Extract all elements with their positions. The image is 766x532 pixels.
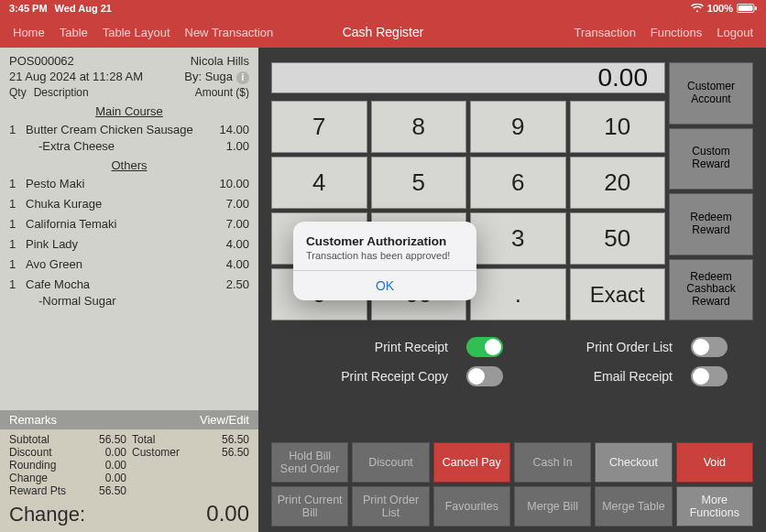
key-8[interactable]: 8 bbox=[371, 101, 467, 153]
receipt-item[interactable]: 1Pink Lady4.00 bbox=[9, 236, 249, 253]
key-Exact[interactable]: Exact bbox=[570, 268, 666, 320]
col-desc: Description bbox=[34, 86, 89, 99]
side-btn-redeem-reward[interactable]: Redeem Reward bbox=[669, 193, 753, 255]
customer-auth-modal: Customer Authorization Transaction has b… bbox=[293, 222, 476, 300]
receipt-item[interactable]: 1Pesto Maki10.00 bbox=[9, 176, 249, 192]
total-value: 0.00 bbox=[81, 459, 126, 472]
nav-new-transaction[interactable]: New Transaction bbox=[185, 26, 274, 39]
total-label: Rounding bbox=[9, 459, 75, 472]
total-value: 0.00 bbox=[81, 472, 126, 484]
col-amt: Amount ($) bbox=[195, 86, 249, 99]
side-btn-redeem-cashback-reward[interactable]: Redeem Cashback Reward bbox=[669, 259, 753, 321]
func-cancel-pay[interactable]: Cancel Pay bbox=[433, 442, 510, 483]
func-merge-bill[interactable]: Merge Bill bbox=[514, 486, 591, 527]
func-discount[interactable]: Discount bbox=[352, 442, 429, 483]
receipt-item-modifier: -Normal Sugar bbox=[9, 293, 249, 309]
change-value: 0.00 bbox=[206, 501, 249, 527]
toggle-print-receipt-copy[interactable] bbox=[466, 366, 503, 386]
status-battery-pct: 100% bbox=[707, 3, 733, 14]
lbl-print-receipt: Print Receipt bbox=[297, 340, 448, 354]
amount-display: 0.00 bbox=[271, 62, 665, 93]
receipt-item[interactable]: 1California Temaki7.00 bbox=[9, 216, 249, 233]
key-3[interactable]: 3 bbox=[470, 212, 566, 265]
modal-ok-button[interactable]: OK bbox=[293, 270, 476, 300]
func-print-current-bill[interactable]: Print Current Bill bbox=[271, 486, 348, 527]
total-label: Reward Pts bbox=[9, 484, 75, 497]
func-merge-table[interactable]: Merge Table bbox=[595, 486, 672, 527]
receipt-item[interactable]: 1Butter Cream Chicken Sausage14.00 bbox=[9, 122, 249, 138]
total-value: 56.50 bbox=[81, 484, 126, 497]
change-label: Change: bbox=[9, 503, 85, 527]
receipt-customer: Nicola Hills bbox=[191, 53, 249, 69]
total-label: Total bbox=[132, 433, 198, 446]
func-print-order-list[interactable]: Print Order List bbox=[352, 486, 429, 527]
total-value: 56.50 bbox=[203, 433, 249, 446]
modal-message: Transaction has been approved! bbox=[306, 250, 464, 261]
func-cash-in[interactable]: Cash In bbox=[514, 442, 591, 483]
svg-rect-1 bbox=[739, 5, 753, 11]
total-value: 0.00 bbox=[81, 446, 126, 459]
toggle-print-receipt[interactable] bbox=[466, 337, 503, 357]
receipt-datetime: 21 Aug 2024 at 11:28 AM bbox=[9, 69, 143, 84]
wifi-icon bbox=[691, 4, 704, 13]
key-5[interactable]: 5 bbox=[371, 157, 467, 209]
key-.[interactable]: . bbox=[470, 268, 566, 320]
receipt-item[interactable]: 1Chuka Kurage7.00 bbox=[9, 196, 249, 212]
remarks-label: Remarks bbox=[9, 413, 57, 427]
receipt-panel: POS000062 Nicola Hills 21 Aug 2024 at 11… bbox=[0, 48, 258, 532]
func-hold-bill-send-order[interactable]: Hold Bill Send Order bbox=[271, 442, 348, 483]
nav-table-layout[interactable]: Table Layout bbox=[103, 26, 170, 39]
totals: Subtotal56.50Total56.50Discount0.00Custo… bbox=[0, 429, 258, 499]
key-20[interactable]: 20 bbox=[570, 157, 666, 209]
func-more-functions[interactable]: More Functions bbox=[676, 486, 753, 527]
battery-icon bbox=[737, 4, 757, 13]
total-value: 56.50 bbox=[81, 433, 126, 446]
key-6[interactable]: 6 bbox=[470, 157, 566, 209]
receipt-item[interactable]: 1Avo Green4.00 bbox=[9, 256, 249, 273]
total-label: Change bbox=[9, 472, 75, 484]
toggle-email-receipt[interactable] bbox=[691, 366, 728, 386]
receipt-by: By: Suga bbox=[184, 70, 233, 83]
lbl-email-receipt: Email Receipt bbox=[521, 369, 673, 384]
section-title: Main Course bbox=[9, 104, 249, 118]
func-void[interactable]: Void bbox=[676, 442, 753, 483]
section-title: Others bbox=[9, 158, 249, 172]
modal-title: Customer Authorization bbox=[306, 234, 464, 248]
svg-rect-2 bbox=[755, 6, 757, 10]
col-qty: Qty bbox=[9, 86, 27, 99]
key-9[interactable]: 9 bbox=[470, 101, 566, 153]
nav-table[interactable]: Table bbox=[60, 26, 88, 39]
total-label: Subtotal bbox=[9, 433, 75, 446]
nav-logout[interactable]: Logout bbox=[717, 26, 753, 39]
func-favourites[interactable]: Favourites bbox=[433, 486, 510, 527]
status-bar: 3:45 PM Wed Aug 21 100% bbox=[0, 0, 766, 16]
side-btn-custom-reward[interactable]: Custom Reward bbox=[669, 128, 753, 190]
nav-bar: Home Table Table Layout New Transaction … bbox=[0, 16, 766, 48]
nav-functions[interactable]: Functions bbox=[651, 26, 702, 39]
lbl-print-order-list: Print Order List bbox=[521, 340, 673, 354]
total-label: Customer bbox=[132, 446, 198, 459]
lbl-print-receipt-copy: Print Receipt Copy bbox=[297, 369, 448, 384]
status-time: 3:45 PM bbox=[9, 3, 48, 14]
nav-home[interactable]: Home bbox=[13, 26, 45, 39]
func-checkout[interactable]: Checkout bbox=[595, 442, 672, 483]
key-4[interactable]: 4 bbox=[271, 157, 367, 209]
total-label: Discount bbox=[9, 446, 75, 459]
total-value: 56.50 bbox=[203, 446, 249, 459]
toggle-print-order-list[interactable] bbox=[691, 337, 728, 357]
key-10[interactable]: 10 bbox=[570, 101, 666, 153]
key-7[interactable]: 7 bbox=[271, 101, 367, 153]
receipt-item[interactable]: 1Cafe Mocha2.50 bbox=[9, 277, 249, 293]
key-50[interactable]: 50 bbox=[570, 212, 666, 265]
status-date: Wed Aug 21 bbox=[55, 3, 112, 14]
receipt-items[interactable]: Main Course1Butter Cream Chicken Sausage… bbox=[0, 101, 258, 410]
info-icon[interactable]: i bbox=[236, 71, 249, 84]
remarks-view-edit[interactable]: View/Edit bbox=[200, 413, 249, 427]
nav-transaction[interactable]: Transaction bbox=[574, 26, 635, 39]
receipt-item-modifier: -Extra Cheese1.00 bbox=[9, 138, 249, 155]
side-btn-customer-account[interactable]: Customer Account bbox=[669, 62, 753, 125]
receipt-pos-id: POS000062 bbox=[9, 53, 74, 69]
